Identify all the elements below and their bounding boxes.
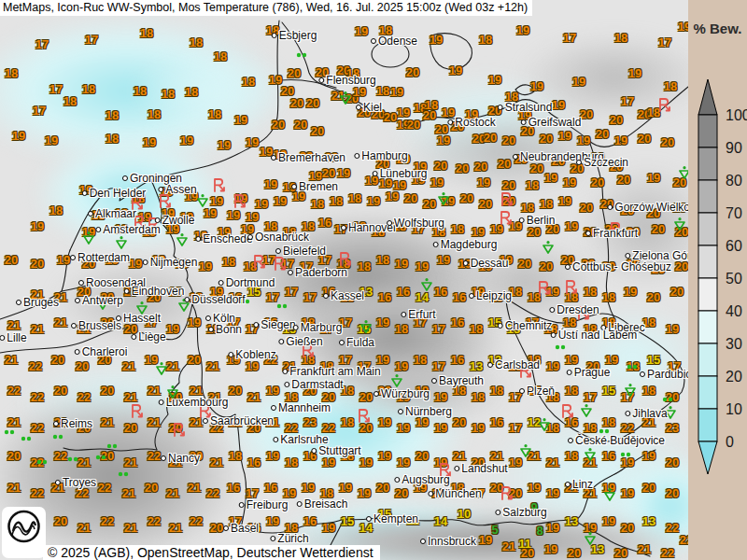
temp-value: 22 [78, 391, 91, 403]
temp-value: 19 [434, 391, 447, 403]
temp-value: 16 [451, 316, 464, 329]
city-label: Rostock [447, 117, 495, 128]
temp-value: 19 [378, 416, 391, 428]
city-marker-icon [71, 323, 77, 329]
temp-value: 5 [491, 524, 498, 536]
temp-value: 19 [563, 176, 576, 189]
map-title: MetMaps, Icon-Ruc WW-Symbol, Mos Tempera… [0, 0, 532, 16]
rain-shower-icon [360, 320, 373, 334]
city-label: Lille [0, 332, 27, 343]
temp-value: 19 [353, 86, 366, 98]
temp-value: 18 [602, 291, 615, 303]
city-marker-icon [78, 280, 84, 286]
city-label: Fulda [339, 337, 374, 348]
temp-value: 20 [614, 547, 627, 559]
temp-value: 18 [642, 385, 655, 397]
city-label: Kassel [323, 290, 364, 301]
city-label: Assen [158, 184, 196, 195]
temp-value: 15 [602, 385, 615, 397]
city-marker-icon [387, 220, 392, 226]
metmaps-logo[interactable] [2, 507, 46, 558]
temp-value: 18 [376, 254, 389, 266]
city-marker-icon [293, 325, 299, 330]
temp-value: 20 [621, 522, 634, 534]
drizzle-icon [4, 429, 15, 435]
temp-value: 20 [306, 97, 319, 109]
city-marker-icon [428, 491, 433, 497]
city-marker-icon [208, 327, 214, 332]
city-label: Hasselt [116, 313, 161, 324]
city-marker-icon [239, 502, 245, 508]
temp-value: 20 [617, 174, 630, 186]
rain-shower-icon [197, 194, 209, 208]
temp-value: 20 [416, 450, 429, 462]
temp-value: 20 [7, 450, 21, 462]
temp-value: 19 [355, 25, 368, 37]
temp-value: 18 [414, 354, 427, 366]
temp-value: 18 [563, 316, 576, 329]
city-marker-icon [218, 280, 224, 286]
temp-value: 20 [661, 136, 674, 148]
temp-value: 19 [528, 482, 541, 494]
rain-shower-icon [585, 532, 597, 546]
city-label: Gorzów Wielkopolski [607, 202, 688, 213]
city-label: Esbjerg [272, 30, 317, 41]
temp-value: 20 [610, 114, 623, 126]
city-marker-icon [88, 211, 93, 217]
temp-value: 19 [397, 422, 410, 434]
city-marker-icon [371, 38, 376, 44]
city-label: Dresden [549, 304, 599, 315]
city-label: Odense [371, 35, 417, 47]
temp-value: 20 [498, 158, 511, 170]
temp-value: 22 [661, 547, 674, 559]
temp-value: 19 [367, 195, 380, 207]
temp-value: 16 [453, 291, 466, 303]
temp-value: 19 [472, 226, 485, 238]
rain-shower-icon [604, 488, 616, 502]
temp-value: 16 [434, 286, 447, 298]
temp-value: 19 [386, 190, 399, 203]
city-label: Gießen [278, 336, 322, 347]
thunderstorm-icon [500, 191, 514, 206]
temp-value: 17 [658, 36, 671, 49]
temp-value: 13 [470, 360, 483, 372]
temp-value: 21 [122, 487, 135, 499]
temp-value: 19 [358, 487, 371, 499]
temp-value: 19 [395, 258, 408, 270]
temp-value: 20 [434, 160, 447, 172]
temp-value: 21 [502, 540, 515, 553]
temp-value: 19 [449, 64, 462, 77]
city-label: Salzburg [495, 507, 546, 518]
rain-shower-icon [83, 231, 95, 245]
temp-value: 19 [544, 543, 557, 555]
temp-value: 22 [190, 515, 203, 527]
city-label: Bruges [16, 297, 59, 308]
temp-value: 21 [122, 360, 135, 372]
city-marker-icon [495, 510, 500, 515]
city-marker-icon [585, 231, 591, 236]
temp-value: 18 [330, 195, 343, 207]
city-label: Ústí nad Labem [551, 329, 638, 341]
legend-tick: 40 [726, 304, 742, 319]
temp-value: 21 [166, 487, 179, 499]
legend-tick: 80 [726, 174, 742, 189]
city-marker-icon [131, 334, 136, 340]
city-label: Enschede [195, 233, 252, 245]
city-label: Luxembourg [159, 397, 229, 408]
thunderstorm-icon [565, 279, 578, 294]
temp-value: 19 [666, 323, 679, 335]
city-marker-icon [356, 105, 361, 110]
city-label: Lüneburg [373, 168, 428, 179]
temp-value: 21 [7, 319, 21, 331]
temp-value: 18 [311, 198, 324, 210]
city-marker-icon [318, 77, 324, 83]
temp-value: 22 [285, 422, 298, 434]
city-label: Innsbruck [420, 536, 476, 547]
city-marker-icon [433, 242, 439, 247]
temp-value: 20 [145, 482, 158, 494]
city-marker-icon [401, 312, 406, 317]
temp-value: 21 [148, 416, 161, 428]
temp-value: 19 [359, 456, 373, 469]
city-label: Dessau [463, 258, 509, 269]
temp-value: 19 [621, 487, 634, 499]
